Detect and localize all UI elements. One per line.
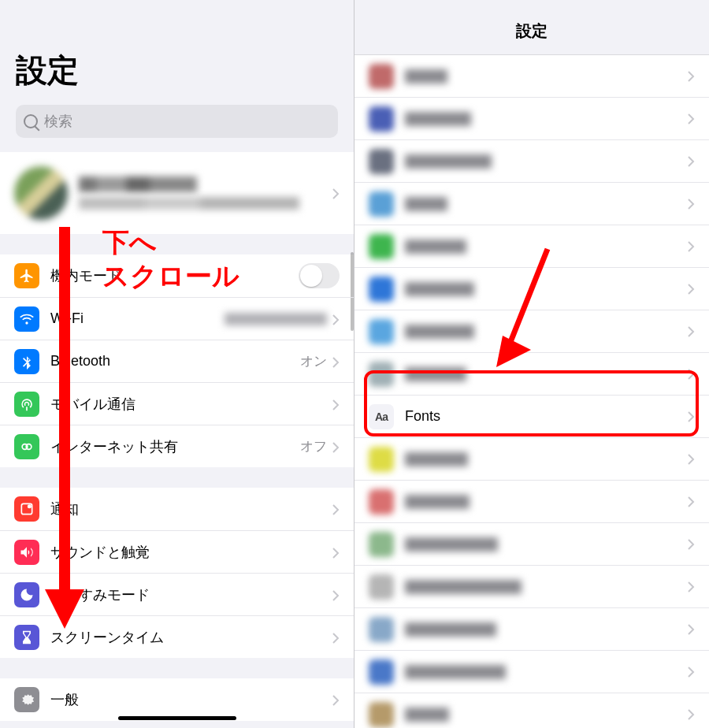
app-icon-obscured <box>369 191 394 217</box>
airplane-switch[interactable] <box>299 263 340 288</box>
row-label: Bluetooth <box>50 353 300 370</box>
row-label: インターネット共有 <box>50 437 300 456</box>
row-obscured[interactable] <box>354 98 709 140</box>
chevron-right-icon <box>687 708 695 721</box>
search-icon <box>24 114 38 128</box>
row-obscured[interactable] <box>354 55 709 98</box>
row-obscured[interactable] <box>354 438 709 481</box>
search-placeholder: 検索 <box>44 112 72 131</box>
app-icon-obscured <box>369 447 394 472</box>
chevron-right-icon <box>332 188 340 199</box>
row-label-obscured <box>405 665 506 679</box>
row-label-obscured <box>405 622 496 637</box>
airplane-icon <box>14 263 39 288</box>
chevron-right-icon <box>332 503 340 514</box>
row-obscured[interactable] <box>354 225 709 268</box>
row-label-obscured <box>405 495 470 509</box>
chevron-right-icon <box>332 399 340 410</box>
search-input[interactable]: 検索 <box>16 105 338 138</box>
row-label: スクリーンタイム <box>50 628 332 647</box>
account-name-obscured <box>79 176 197 192</box>
app-icon-obscured <box>369 489 394 514</box>
chevron-right-icon <box>687 325 695 338</box>
gear-icon <box>14 687 39 712</box>
app-icon-obscured <box>369 277 394 302</box>
page-title: 設定 <box>0 0 354 105</box>
row-label-obscured <box>405 580 522 594</box>
settings-group-notifications: 通知 サウンドと触覚 おやすみモード スクリーンタイム <box>0 488 354 658</box>
row-obscured[interactable] <box>354 140 709 183</box>
chevron-right-icon <box>687 453 695 466</box>
chevron-right-icon <box>687 496 695 508</box>
page-title: 設定 <box>354 0 709 55</box>
bluetooth-icon <box>14 349 39 374</box>
chevron-right-icon <box>687 240 695 253</box>
account-sub-obscured <box>79 197 299 210</box>
chevron-right-icon <box>687 410 695 423</box>
row-fonts[interactable]: AaFonts <box>354 396 709 438</box>
app-icon-obscured <box>369 64 394 89</box>
hotspot-value: オフ <box>300 437 327 455</box>
row-label-obscured <box>405 112 471 126</box>
row-hotspot[interactable]: インターネット共有 オフ <box>0 425 354 467</box>
row-airplane-mode[interactable]: 機内モード <box>0 254 354 297</box>
dnd-icon <box>14 582 39 607</box>
apple-id-row[interactable] <box>0 152 354 234</box>
row-obscured[interactable] <box>354 353 709 396</box>
antenna-icon <box>14 392 39 417</box>
settings-screen-right: 設定 AaFonts <box>354 0 709 728</box>
wifi-icon <box>14 306 39 332</box>
row-obscured[interactable] <box>354 523 709 566</box>
row-obscured[interactable] <box>354 268 709 310</box>
row-notifications[interactable]: 通知 <box>0 488 354 530</box>
chevron-right-icon <box>332 589 340 600</box>
settings-group-general: 一般 <box>0 678 354 721</box>
row-screentime[interactable]: スクリーンタイム <box>0 615 354 658</box>
row-obscured[interactable] <box>354 693 709 728</box>
home-indicator[interactable] <box>118 716 236 720</box>
row-cellular[interactable]: モバイル通信 <box>0 382 354 425</box>
row-label-obscured <box>405 367 466 381</box>
app-icon-obscured <box>369 362 394 387</box>
app-icon-obscured <box>369 319 394 344</box>
chevron-right-icon <box>332 632 340 643</box>
notifications-icon <box>14 496 39 522</box>
row-obscured[interactable] <box>354 183 709 225</box>
app-icon-obscured <box>369 149 394 174</box>
wifi-value-obscured <box>225 313 327 325</box>
row-label-obscured <box>405 537 498 552</box>
row-sounds[interactable]: サウンドと触覚 <box>0 530 354 573</box>
row-obscured[interactable] <box>354 481 709 523</box>
chevron-right-icon <box>332 441 340 452</box>
row-label: 機内モード <box>50 266 299 285</box>
row-obscured[interactable] <box>354 310 709 353</box>
settings-list: AaFonts <box>354 55 709 728</box>
row-obscured[interactable] <box>354 608 709 651</box>
chevron-right-icon <box>332 547 340 558</box>
app-icon-obscured <box>369 659 394 685</box>
chevron-right-icon <box>687 70 695 83</box>
hourglass-icon <box>14 625 39 650</box>
chevron-right-icon <box>687 666 695 678</box>
row-label: Wi-Fi <box>50 310 225 327</box>
row-label: モバイル通信 <box>50 395 332 414</box>
row-label-obscured <box>405 154 492 169</box>
chevron-right-icon <box>687 155 695 168</box>
row-obscured[interactable] <box>354 566 709 608</box>
row-wifi[interactable]: Wi-Fi <box>0 297 354 340</box>
row-label-obscured <box>405 282 474 296</box>
row-label-obscured <box>405 325 474 339</box>
app-icon-obscured <box>369 702 394 727</box>
row-obscured[interactable] <box>354 651 709 693</box>
sound-icon <box>14 540 39 565</box>
hotspot-icon <box>14 434 39 459</box>
bluetooth-value: オン <box>300 352 327 370</box>
row-label-obscured <box>405 197 447 211</box>
row-general[interactable]: 一般 <box>0 678 354 721</box>
chevron-right-icon <box>687 198 695 210</box>
chevron-right-icon <box>687 623 695 636</box>
row-label: サウンドと触覚 <box>50 543 332 562</box>
chevron-right-icon <box>332 356 340 367</box>
row-dnd[interactable]: おやすみモード <box>0 573 354 615</box>
row-bluetooth[interactable]: Bluetooth オン <box>0 340 354 382</box>
